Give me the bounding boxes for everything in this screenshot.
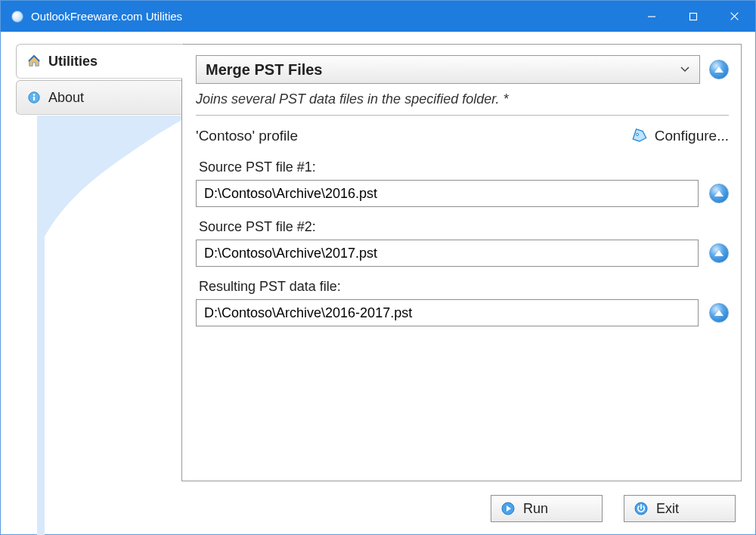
svg-point-7 [636, 133, 638, 135]
source-2-input[interactable] [196, 240, 699, 267]
info-icon [26, 91, 42, 104]
maximize-button[interactable] [672, 1, 714, 32]
divider [196, 115, 729, 116]
configure-link[interactable]: Configure... [632, 128, 729, 144]
footer: Run Exit [1, 490, 755, 534]
eject-icon [714, 310, 723, 316]
exit-button[interactable]: Exit [624, 495, 736, 522]
tab-about[interactable]: About [16, 80, 182, 115]
play-icon [500, 501, 516, 516]
main-panel: Merge PST Files Joins several PST data f… [181, 44, 742, 481]
eject-icon [714, 190, 723, 196]
source-2-browse-button[interactable] [709, 243, 729, 263]
result-input[interactable] [196, 299, 699, 326]
svg-rect-1 [689, 13, 696, 20]
sidebar: Utilities About Outlook Freeware .com [1, 44, 182, 481]
eject-operation-button[interactable] [709, 60, 729, 79]
run-button[interactable]: Run [491, 495, 603, 522]
operation-description: Joins several PST data files in the spec… [196, 91, 729, 107]
chevron-down-icon [680, 63, 690, 76]
app-icon [11, 11, 23, 23]
svg-rect-6 [33, 97, 35, 101]
titlebar: OutlookFreeware.com Utilities [1, 1, 755, 32]
profile-label: 'Contoso' profile [196, 128, 298, 144]
sidebar-decoration [37, 116, 188, 535]
source-1-label: Source PST file #1: [199, 159, 729, 175]
power-icon [634, 501, 649, 516]
eject-icon [714, 250, 723, 256]
client-area: Utilities About Outlook Freeware .com Me… [1, 32, 755, 490]
svg-point-5 [33, 94, 36, 96]
run-label: Run [523, 501, 548, 517]
tab-utilities[interactable]: Utilities [16, 44, 182, 79]
source-2-label: Source PST file #2: [199, 219, 729, 235]
result-browse-button[interactable] [709, 303, 729, 323]
tag-icon [632, 128, 649, 144]
operation-name: Merge PST Files [206, 61, 323, 79]
source-1-browse-button[interactable] [709, 184, 729, 203]
home-icon [26, 54, 42, 68]
field-source-1: Source PST file #1: [196, 159, 729, 207]
configure-label: Configure... [655, 128, 729, 144]
operation-dropdown[interactable]: Merge PST Files [196, 55, 700, 84]
result-label: Resulting PST data file: [199, 279, 729, 295]
eject-icon [714, 66, 723, 73]
tab-utilities-label: Utilities [48, 54, 98, 70]
close-button[interactable] [714, 1, 755, 32]
source-1-input[interactable] [196, 180, 699, 207]
minimize-button[interactable] [631, 1, 672, 32]
app-window: OutlookFreeware.com Utilities Util [0, 0, 756, 535]
tab-about-label: About [48, 90, 84, 106]
exit-label: Exit [656, 501, 679, 517]
field-source-2: Source PST file #2: [196, 219, 729, 267]
window-title: OutlookFreeware.com Utilities [31, 10, 182, 23]
field-result: Resulting PST data file: [196, 279, 729, 326]
